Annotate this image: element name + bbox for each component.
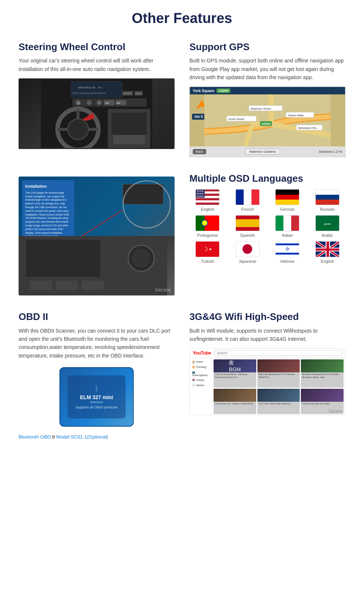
flag-france-box: [235, 189, 260, 205]
yt-sidebar-subscriptions[interactable]: 📺 Subscriptions: [190, 370, 212, 378]
flag-french: French: [230, 189, 266, 211]
flag-russian-label: Russian: [320, 207, 335, 211]
yt-sidebar-home[interactable]: 🏠 Home: [190, 359, 212, 365]
wifi-text: Built in Wifi module, supports to connec…: [189, 327, 345, 343]
obd-caption-prefix: Bluetooth OBD: [19, 434, 52, 440]
obd-section: OBD II With this OBDII Scanner, you can …: [11, 304, 182, 449]
svg-text:RESET: RESET: [123, 92, 132, 95]
yt-thumb-4: [214, 389, 256, 402]
gps-bottom-bar: Back Waterloo Gardens Distance 1.2 mi: [190, 146, 345, 157]
youtube-header: YouTube: [190, 349, 345, 358]
svg-rect-42: [26, 240, 100, 277]
yt-video-3-title: Beautiful Relaxing Music for St Relief -…: [301, 372, 344, 379]
flag-spain-box: [235, 215, 260, 231]
yt-sidebar-trending[interactable]: 🔥 Trending: [190, 365, 212, 370]
obd-supports-text: Supports all OBDII protocols: [75, 405, 118, 409]
svg-rect-2: [71, 82, 122, 97]
flag-turkey-box: ☽ ★: [195, 241, 220, 257]
svg-point-21: [68, 119, 88, 140]
svg-rect-27: [113, 135, 145, 144]
svg-point-44: [132, 249, 150, 268]
flags-grid: ★★★★★★★★★ English French German Russian: [189, 189, 345, 263]
gps-title: Support GPS: [189, 41, 345, 53]
flag-english-label: English: [201, 207, 214, 211]
flag-spanish: Spanish: [230, 215, 266, 237]
flag-italian: Italian: [269, 215, 306, 237]
youtube-sidebar: 🏠 Home 🔥 Trending 📺 Subscriptions 📚 Libr…: [190, 358, 212, 415]
svg-text:Mepham Street: Mepham Street: [251, 107, 271, 110]
svg-text:WheelKey St... ● ♪: WheelKey St... ● ♪: [78, 86, 103, 89]
wifi-section: 3G&4G Wifi High-Speed Built in Wifi modu…: [182, 304, 353, 449]
yt-video-6-title: Unique Dog finds his master: [301, 402, 344, 406]
flag-uk-box: [315, 241, 339, 257]
yt-sidebar-library[interactable]: 📚 Library: [190, 378, 212, 383]
svg-text:⏻: ⏻: [77, 101, 80, 105]
flag-german-label: German: [280, 207, 295, 211]
youtube-content: 夜BGM Chill Out Guitar Music - Relaxing I…: [212, 358, 345, 415]
yt-video-4[interactable]: Lofi Hip hop mix - Beats to Relax/Study: [214, 389, 256, 414]
seicane-wifi-watermark: Seicane: [329, 409, 342, 413]
gps-back[interactable]: Back: [193, 149, 206, 154]
yt-thumb-6: [301, 389, 344, 402]
flag-english: ★★★★★★★★★ English: [189, 189, 226, 211]
yt-video-5-title: Cozy Fall Coffee Shop Ambience: [257, 402, 300, 406]
seicane-watermark: Seicane: [155, 287, 171, 292]
gps-center-btn[interactable]: Waterloo Gardens: [245, 149, 280, 155]
steering-title: Steering Wheel Control: [19, 41, 175, 53]
youtube-layout: 🏠 Home 🔥 Trending 📺 Subscriptions 📚 Libr…: [190, 358, 345, 415]
obd-title: OBD II: [19, 311, 175, 323]
obd-caption-bold: II: [52, 434, 55, 440]
yt-sidebar-history[interactable]: 🕐 History: [190, 383, 212, 388]
yt-video-3[interactable]: Beautiful Relaxing Music for St Relief -…: [301, 359, 344, 388]
flag-italy-box: [275, 215, 299, 231]
flag-turkish: ☽ ★ Turkish: [189, 241, 226, 263]
gps-location: York Square: [193, 89, 214, 93]
flag-german: German: [269, 189, 306, 211]
svg-text:Press steering wheel buttons: Press steering wheel buttons: [72, 92, 106, 95]
svg-text:Sutton Walk: Sutton Walk: [288, 114, 304, 117]
flag-japanese: Japanese: [230, 241, 266, 263]
obd-interface-label: Interface: [90, 400, 103, 404]
svg-rect-46: [56, 281, 78, 290]
yt-thumb-2: [257, 359, 300, 372]
svg-text:A3200: A3200: [261, 122, 270, 126]
yt-video-2[interactable]: Minecraft Speedrunner VS 4 Hunters REMAT…: [257, 359, 300, 388]
obd-caption-optional: (Optional): [87, 434, 108, 440]
gps-text: Built in GPS module, support both online…: [189, 56, 345, 81]
yt-video-2-title: Minecraft Speedrunner VS 4 Hunters REMAT…: [257, 372, 300, 379]
svg-text:SAVE: SAVE: [135, 92, 142, 95]
obd-text: With this OBDII Scanner, you can connect…: [19, 327, 175, 360]
svg-text:⌂: ⌂: [88, 101, 90, 105]
wifi-image: YouTube 🏠 Home 🔥 Trending 📺 Subscription…: [189, 348, 345, 415]
installation-image: Installation This DVD player for Android…: [19, 177, 175, 295]
svg-rect-26: [111, 113, 147, 135]
flag-portugal-box: [195, 215, 220, 231]
dashboard-svg: [19, 236, 175, 295]
flag-spanish-label: Spanish: [240, 233, 255, 237]
svg-rect-56: [316, 248, 339, 250]
yt-thumb-1: 夜BGM: [214, 359, 256, 372]
flag-uk-english-label: English: [321, 259, 334, 263]
flag-portuguese-label: Protuguese: [197, 233, 218, 237]
flag-arabic-box: بسم: [315, 215, 339, 231]
obd-caption-suffix: Model:SC01-1: [55, 434, 87, 440]
flag-uk-english: English: [309, 241, 346, 263]
yt-thumb-3: [301, 359, 344, 372]
steering-wheel-svg: WheelKey St... ● ♪ Press steering wheel …: [41, 79, 152, 148]
svg-text:◀◀: ◀◀: [105, 101, 109, 104]
flag-israel-box: ✡: [275, 241, 299, 257]
yt-video-4-title: Lofi Hip hop mix - Beats to Relax/Study: [214, 402, 256, 406]
obd-image: ᛒ ELM 327 mini Interface Supports all OB…: [59, 367, 134, 427]
svg-text:↺: ↺: [98, 101, 101, 105]
obd-device-info: ᛒ ELM 327 mini Interface Supports all OB…: [68, 375, 126, 418]
steering-section: Steering Wheel Control Your original car…: [11, 35, 182, 166]
svg-rect-45: [30, 281, 52, 290]
youtube-search[interactable]: [214, 350, 342, 356]
flag-japanese-label: Japanese: [238, 259, 256, 263]
wifi-title: 3G&4G Wifi High-Speed: [189, 311, 345, 323]
yt-video-1[interactable]: 夜BGM Chill Out Guitar Music - Relaxing I…: [214, 359, 256, 388]
page-title: Other Features: [0, 0, 364, 35]
svg-line-39: [76, 210, 123, 240]
languages-title: Multiple OSD Languages: [189, 173, 345, 184]
yt-video-5[interactable]: Cozy Fall Coffee Shop Ambience: [257, 389, 300, 414]
